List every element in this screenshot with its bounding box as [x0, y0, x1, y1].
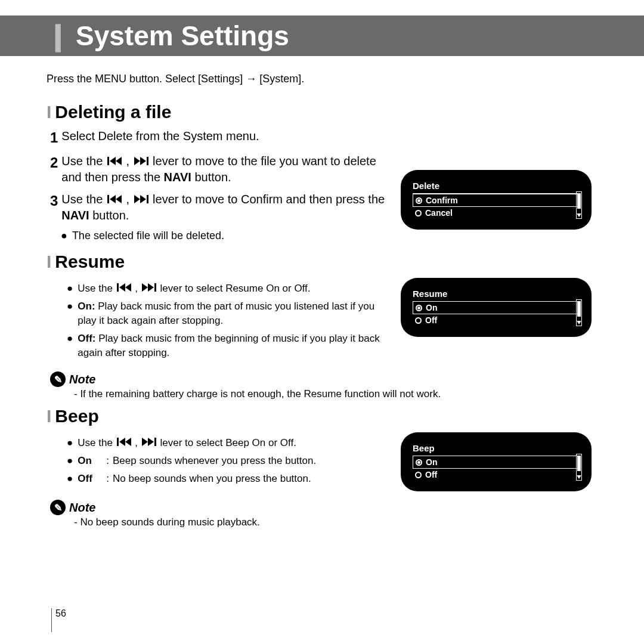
resume-off: ● Off: Play back music from the beginnin…	[67, 332, 389, 360]
section-heading-beep: IBeep	[47, 406, 597, 426]
beep-columns: ● Use the , lever to select Beep On or O…	[47, 432, 597, 491]
page-title: System Settings	[76, 20, 289, 52]
bullet-icon: ●	[67, 472, 73, 486]
resume-columns: ● Use the , lever to select Resume On or…	[47, 278, 597, 363]
scrollbar-thumb-icon	[577, 193, 581, 209]
radio-unselected-icon	[415, 472, 422, 478]
resume-use: ● Use the , lever to select Resume On or…	[67, 281, 389, 296]
radio-selected-icon	[416, 459, 422, 466]
device-option-off: Off	[413, 469, 580, 481]
step-text: Use the , lever to move to the file you …	[61, 153, 389, 185]
radio-selected-icon	[416, 305, 422, 311]
bullet-icon: ●	[67, 454, 73, 468]
beep-on: ● On : Beep sounds whenever you press th…	[67, 454, 389, 468]
heading-text: Deleting a file	[55, 102, 171, 122]
device-beep: Beep On Off	[401, 432, 592, 491]
bullet-icon: ●	[67, 299, 73, 314]
step-3: 3 Use the , lever to move to Confirm and…	[50, 191, 389, 224]
step-1: 1 Select Delete from the System menu.	[50, 128, 389, 147]
device-title: Beep	[413, 443, 580, 453]
next-track-icon	[134, 157, 148, 165]
scrollbar-arrow-icon	[577, 475, 581, 479]
next-track-icon	[134, 195, 148, 203]
content-area: Press the MENU button. Select [Settings]…	[0, 56, 644, 528]
section-heading-deleting: IDeleting a file	[47, 102, 597, 122]
bullet-icon: ●	[67, 281, 73, 296]
beep-use: ● Use the , lever to select Beep On or O…	[67, 436, 389, 450]
device-scrollbar	[576, 454, 582, 481]
next-track-icon	[142, 438, 156, 446]
beep-note: ✎ Note - No beep sounds during music pla…	[50, 500, 597, 528]
prev-track-icon	[107, 195, 122, 203]
device-option-cancel: Cancel	[413, 207, 580, 219]
deleting-left: 1 Select Delete from the System menu. 2 …	[47, 128, 389, 246]
step-number: 1	[50, 128, 58, 147]
resume-on: ● On: Play back music from the part of m…	[67, 299, 389, 328]
resume-note: ✎ Note - If the remaining battery charge…	[50, 371, 597, 400]
note-text: - No beep sounds during music playback.	[74, 516, 597, 528]
deleting-right: Delete Confirm Cancel	[401, 128, 597, 230]
scrollbar-thumb-icon	[577, 456, 581, 471]
deleting-columns: 1 Select Delete from the System menu. 2 …	[47, 128, 597, 246]
intro-text: Press the MENU button. Select [Settings]…	[47, 73, 597, 85]
beep-left: ● Use the , lever to select Beep On or O…	[52, 432, 389, 489]
device-option-on: On	[413, 301, 580, 314]
device-scrollbar	[576, 191, 582, 219]
note-header: ✎ Note	[50, 500, 597, 515]
device-option-on: On	[413, 456, 580, 469]
deleting-result: ● The selected file will be deleted.	[61, 230, 389, 242]
section-heading-resume: IResume	[47, 252, 597, 272]
next-track-icon	[142, 283, 156, 292]
pencil-icon: ✎	[50, 371, 66, 387]
bullet-icon: ●	[67, 332, 73, 346]
bullet-icon: ●	[61, 230, 67, 242]
device-delete: Delete Confirm Cancel	[401, 170, 592, 230]
heading-text: Resume	[55, 252, 125, 271]
note-header: ✎ Note	[50, 371, 597, 387]
step-number: 3	[50, 191, 58, 210]
bullet-icon: ●	[67, 436, 73, 450]
scrollbar-arrow-icon	[577, 213, 581, 217]
heading-pipe-icon: I	[47, 406, 51, 426]
deleting-steps: 1 Select Delete from the System menu. 2 …	[50, 128, 389, 224]
radio-unselected-icon	[415, 317, 422, 324]
prev-track-icon	[117, 438, 131, 446]
prev-track-icon	[117, 283, 131, 292]
scrollbar-thumb-icon	[577, 301, 581, 317]
step-text: Use the , lever to move to Confirm and t…	[61, 191, 389, 224]
heading-pipe-icon: I	[47, 252, 51, 271]
pencil-icon: ✎	[50, 500, 66, 515]
note-text: - If the remaining battery charge is not…	[74, 388, 597, 400]
device-resume: Resume On Off	[401, 278, 592, 337]
device-option-off: Off	[413, 314, 580, 326]
beep-off: ● Off : No beep sounds when you press th…	[67, 472, 389, 486]
beep-right: Beep On Off	[401, 432, 597, 491]
step-text: Select Delete from the System menu.	[61, 128, 259, 144]
step-number: 2	[50, 153, 58, 172]
device-title: Resume	[413, 289, 580, 299]
radio-selected-icon	[416, 197, 422, 204]
step-2: 2 Use the , lever to move to the file yo…	[50, 153, 389, 185]
header-bar-icon: ❙	[47, 20, 70, 52]
prev-track-icon	[107, 157, 122, 165]
device-title: Delete	[413, 181, 580, 191]
heading-text: Beep	[55, 406, 98, 426]
device-option-confirm: Confirm	[413, 194, 580, 207]
resume-left: ● Use the , lever to select Resume On or…	[52, 278, 389, 363]
page-number: 56	[51, 608, 66, 632]
resume-right: Resume On Off	[401, 278, 597, 337]
page-header: ❙ System Settings	[0, 16, 644, 56]
radio-unselected-icon	[415, 210, 422, 216]
device-scrollbar	[576, 299, 582, 326]
heading-pipe-icon: I	[47, 102, 51, 122]
scrollbar-arrow-icon	[577, 321, 581, 324]
